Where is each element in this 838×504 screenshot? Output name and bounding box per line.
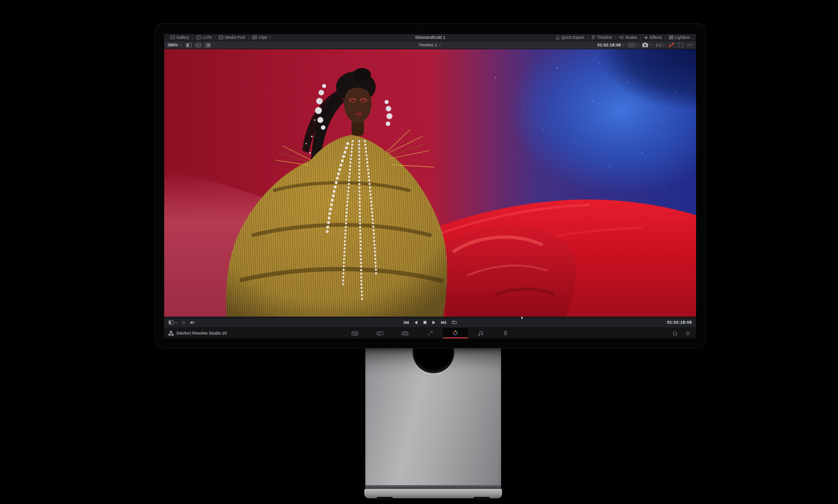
luts-button[interactable]: LUTs	[193, 34, 215, 41]
viewer-timecode-dropdown[interactable]: 01:02:18:08	[597, 43, 625, 47]
nodes-button[interactable]: Nodes	[616, 34, 640, 41]
wipe-mode-icon	[656, 43, 661, 47]
page-tab-fairlight[interactable]	[468, 328, 493, 338]
viewer-mode-dropdown[interactable]	[628, 43, 638, 47]
page-tab-color[interactable]	[443, 328, 468, 338]
chevron-down-icon	[649, 44, 652, 46]
viewer-toolbar: 295% Timeline 1 01:02:18:08	[164, 41, 696, 49]
lightbox-icon	[669, 35, 673, 39]
edit-page-icon	[402, 331, 408, 336]
bypass-grades-icon[interactable]	[669, 43, 674, 47]
project-manager-icon[interactable]	[672, 331, 678, 336]
page-tab-edit[interactable]	[393, 328, 418, 338]
transport-timecode: 01:02:18:08	[667, 320, 692, 325]
first-frame-icon[interactable]	[404, 320, 409, 325]
grab-still-dropdown[interactable]	[642, 43, 652, 47]
quick-export-icon	[556, 35, 560, 40]
split-screen-icon[interactable]	[186, 43, 192, 47]
page-tab-cut[interactable]	[368, 328, 393, 338]
stop-icon[interactable]	[423, 320, 427, 325]
wipe-mode-dropdown[interactable]	[656, 43, 665, 47]
media-pool-button[interactable]: Media Pool	[215, 34, 248, 41]
color-page-icon	[452, 330, 459, 336]
lightbox-button[interactable]: Lightbox	[666, 34, 693, 41]
media-pool-label: Media Pool	[225, 35, 245, 40]
media-page-icon	[352, 331, 358, 336]
play-reverse-icon[interactable]	[414, 320, 418, 325]
effects-label: Effects	[650, 35, 662, 40]
luts-label: LUTs	[203, 35, 212, 40]
lightbox-label: Lightbox	[675, 35, 690, 40]
box-compare-icon[interactable]	[205, 43, 211, 47]
toolbar-right-group: Quick Export Timeline Nodes	[552, 34, 693, 41]
transport-bar: 01:02:18:08	[164, 317, 696, 328]
timeline-icon	[591, 35, 596, 39]
effects-button[interactable]: Effects	[641, 34, 665, 41]
viewer-mode-icon	[628, 43, 635, 47]
nodes-label: Nodes	[625, 35, 637, 40]
gallery-button[interactable]: Gallery	[167, 34, 193, 41]
grid-view-icon[interactable]	[195, 43, 201, 47]
page-tab-deliver[interactable]	[493, 328, 518, 338]
monitor-stand	[365, 348, 501, 486]
timeline-name: Timeline 1	[419, 43, 437, 47]
davinci-resolve-window: Gallery LUTs Media Pool Cl	[164, 34, 696, 338]
cut-page-icon	[377, 331, 383, 336]
timeline-button[interactable]: Timeline	[588, 34, 616, 41]
gallery-icon	[170, 35, 175, 39]
timeline-label: Timeline	[597, 35, 612, 40]
chevron-down-icon	[622, 44, 625, 46]
quick-export-button[interactable]: Quick Export	[552, 34, 588, 41]
stand-foot-pad	[474, 497, 490, 500]
scrub-strip[interactable]	[164, 317, 696, 318]
fusion-page-icon	[427, 331, 433, 336]
toolbar-left-group: Gallery LUTs Media Pool Cl	[167, 34, 275, 41]
viewer-image	[164, 49, 696, 317]
play-forward-icon[interactable]	[432, 320, 436, 325]
fairlight-page-icon	[477, 331, 484, 336]
luts-icon	[196, 35, 201, 39]
viewer-canvas[interactable]	[164, 49, 696, 317]
options-menu-icon[interactable]	[687, 44, 693, 46]
deliver-page-icon	[503, 330, 509, 336]
chevron-down-icon	[662, 44, 665, 46]
stand-groove	[365, 485, 501, 489]
chevron-down-icon	[179, 44, 182, 46]
chevron-down-icon	[439, 44, 441, 46]
last-frame-icon[interactable]	[441, 320, 446, 325]
playhead[interactable]	[521, 317, 522, 319]
gallery-label: Gallery	[176, 35, 189, 40]
page-tab-fusion[interactable]	[418, 328, 443, 338]
chevron-down-icon	[635, 44, 638, 46]
monitor-stand-base	[364, 489, 502, 498]
enhanced-viewer-icon[interactable]	[678, 43, 683, 47]
clips-button[interactable]: Clips	[249, 34, 275, 41]
viewer-zoom-dropdown[interactable]: 295%	[168, 43, 182, 47]
page-tab-media[interactable]	[343, 328, 368, 338]
stand-cable-hole	[413, 348, 454, 373]
clips-label: Clips	[258, 35, 267, 40]
media-pool-icon	[219, 35, 223, 39]
app-bar: DaVinci Resolve Studio 20	[164, 328, 696, 338]
loop-icon[interactable]	[451, 320, 457, 325]
effects-icon	[644, 35, 648, 40]
grab-still-icon	[642, 43, 648, 47]
viewer-timecode: 01:02:18:08	[597, 43, 621, 47]
clips-icon	[252, 35, 257, 39]
chevron-down-icon	[269, 36, 272, 38]
project-settings-icon[interactable]	[685, 331, 690, 336]
page-tabs	[164, 328, 696, 338]
stand-foot-pad	[377, 497, 393, 500]
desk-background: Gallery LUTs Media Pool Cl	[0, 0, 838, 504]
top-toolbar: Gallery LUTs Media Pool Cl	[164, 34, 696, 41]
nodes-icon	[619, 35, 624, 39]
viewer-zoom-value: 295%	[168, 43, 178, 47]
quick-export-label: Quick Export	[561, 35, 584, 40]
studio-display: Gallery LUTs Media Pool Cl	[155, 24, 706, 348]
camera-dot	[419, 27, 421, 29]
